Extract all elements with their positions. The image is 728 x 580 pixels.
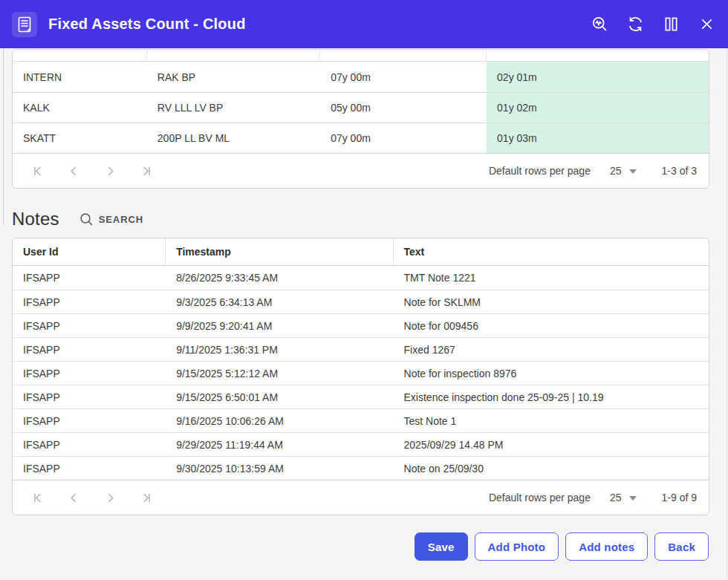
chevron-down-icon <box>629 169 637 174</box>
asset-row[interactable]: KALK RV LLL LV BP 05y 00m 01y 02m <box>13 92 709 123</box>
asset-remaining: 01y 02m <box>487 93 709 123</box>
note-user-id: IFSAPP <box>13 415 166 427</box>
asset-row[interactable]: INTERN RAK BP 07y 00m 02y 01m <box>13 62 709 92</box>
next-page-icon[interactable] <box>102 489 118 506</box>
asset-life: 07y 00m <box>320 132 487 144</box>
note-user-id: IFSAPP <box>13 320 166 332</box>
search-button[interactable]: SEARCH <box>79 212 143 227</box>
note-user-id: IFSAPP <box>13 272 166 284</box>
chevron-down-icon <box>629 496 637 501</box>
rows-per-page-select[interactable]: 25 <box>610 492 637 504</box>
page-range: 1-3 of 3 <box>662 165 697 177</box>
note-user-id: IFSAPP <box>13 463 166 475</box>
note-timestamp: 8/26/2025 9:33:45 AM <box>166 272 393 284</box>
note-text: Test Note 1 <box>394 415 709 427</box>
asset-account: SKATT <box>13 132 147 144</box>
add-notes-button[interactable]: Add notes <box>565 532 648 561</box>
save-button[interactable]: Save <box>415 532 468 561</box>
asset-row[interactable]: SKATT 200P LL BV ML 07y 00m 01y 03m <box>13 123 709 153</box>
note-text: Note for 009456 <box>394 320 709 332</box>
note-timestamp: 9/16/2025 10:06:26 AM <box>166 415 393 427</box>
panel-edge-line <box>3 48 4 225</box>
note-timestamp: 9/15/2025 5:12:12 AM <box>166 368 393 379</box>
search-label: SEARCH <box>99 214 143 225</box>
note-timestamp: 9/30/2025 10:13:59 AM <box>166 463 393 475</box>
back-button[interactable]: Back <box>654 532 709 561</box>
zoom-data-icon[interactable] <box>590 15 609 34</box>
note-timestamp: 9/15/2025 6:50:01 AM <box>166 391 393 403</box>
note-text: Note for SKLMM <box>394 296 709 308</box>
page-title: Fixed Assets Count - Cloud <box>48 16 246 33</box>
rows-per-page-value: 25 <box>610 165 622 177</box>
note-user-id: IFSAPP <box>13 439 166 451</box>
note-text: Fixed 1267 <box>394 344 709 356</box>
asset-method: RV LLL LV BP <box>147 102 320 114</box>
app-header: Fixed Assets Count - Cloud <box>0 0 728 48</box>
asset-life: 05y 00m <box>320 102 487 114</box>
asset-method: 200P LL BV ML <box>147 132 320 144</box>
columns-icon[interactable] <box>661 15 680 34</box>
notes-row[interactable]: IFSAPP 9/29/2025 11:19:44 AM 2025/09/29 … <box>13 432 709 456</box>
note-text: Note on 25/09/30 <box>394 463 709 475</box>
notes-row[interactable]: IFSAPP 9/15/2025 6:50:01 AM Existence in… <box>13 385 709 408</box>
note-user-id: IFSAPP <box>13 344 166 356</box>
rows-per-page-label: Default rows per page <box>489 492 591 504</box>
asset-remaining: 02y 01m <box>487 62 709 92</box>
close-icon[interactable] <box>697 15 716 34</box>
assets-pagination: Default rows per page 25 1-3 of 3 <box>13 153 709 188</box>
column-header-timestamp: Timestamp <box>166 238 393 265</box>
assets-table-header-clipped <box>13 50 709 62</box>
last-page-icon[interactable] <box>138 163 155 179</box>
note-timestamp: 9/3/2025 6:34:13 AM <box>166 296 393 308</box>
note-text: TMT Note 1221 <box>394 272 709 284</box>
document-note-icon <box>12 12 37 37</box>
first-page-icon[interactable] <box>29 489 45 506</box>
first-page-icon[interactable] <box>29 163 45 179</box>
notes-row[interactable]: IFSAPP 9/3/2025 6:34:13 AM Note for SKLM… <box>13 290 709 313</box>
asset-life: 07y 00m <box>320 71 487 83</box>
notes-pagination: Default rows per page 25 1-9 of 9 <box>13 480 709 515</box>
note-timestamp: 9/29/2025 11:19:44 AM <box>166 439 393 451</box>
column-header-text: Text <box>394 238 709 265</box>
asset-remaining: 01y 03m <box>487 123 709 153</box>
note-user-id: IFSAPP <box>13 296 166 308</box>
notes-row[interactable]: IFSAPP 9/16/2025 10:06:26 AM Test Note 1 <box>13 408 709 432</box>
note-timestamp: 9/9/2025 9:20:41 AM <box>166 320 393 332</box>
asset-account: KALK <box>13 102 147 114</box>
rows-per-page-label: Default rows per page <box>489 165 591 177</box>
note-text: 2025/09/29 14.48 PM <box>394 439 709 451</box>
assets-table: INTERN RAK BP 07y 00m 02y 01m KALK RV LL… <box>12 49 709 189</box>
last-page-icon[interactable] <box>138 489 155 506</box>
notes-row[interactable]: IFSAPP 9/11/2025 1:36:31 PM Fixed 1267 <box>13 337 709 361</box>
asset-method: RAK BP <box>147 71 320 83</box>
rows-per-page-value: 25 <box>610 492 622 504</box>
add-photo-button[interactable]: Add Photo <box>475 532 559 561</box>
note-user-id: IFSAPP <box>13 368 166 379</box>
search-icon <box>79 212 94 227</box>
notes-table: User Id Timestamp Text IFSAPP 8/26/2025 … <box>12 238 709 515</box>
rows-per-page-select[interactable]: 25 <box>610 165 637 177</box>
note-text: Existence inspection done 25-09-25 | 10.… <box>394 391 709 403</box>
notes-row[interactable]: IFSAPP 9/9/2025 9:20:41 AM Note for 0094… <box>13 313 709 337</box>
previous-page-icon[interactable] <box>65 163 82 179</box>
notes-row[interactable]: IFSAPP 8/26/2025 9:33:45 AM TMT Note 122… <box>13 266 709 290</box>
asset-account: INTERN <box>13 71 147 83</box>
next-page-icon[interactable] <box>102 163 118 179</box>
window-edge-line <box>727 48 727 580</box>
previous-page-icon[interactable] <box>65 489 82 506</box>
notes-row[interactable]: IFSAPP 9/15/2025 5:12:12 AM Note for ins… <box>13 361 709 385</box>
note-timestamp: 9/11/2025 1:36:31 PM <box>166 344 393 356</box>
note-text: Note for inspection 8976 <box>394 368 709 379</box>
notes-row[interactable]: IFSAPP 9/30/2025 10:13:59 AM Note on 25/… <box>13 456 709 480</box>
refresh-icon[interactable] <box>625 15 645 34</box>
notes-section-header: Notes SEARCH <box>12 209 709 229</box>
action-bar: Save Add Photo Add notes Back <box>0 532 709 561</box>
note-user-id: IFSAPP <box>13 391 166 403</box>
notes-table-header: User Id Timestamp Text <box>13 238 709 266</box>
column-header-user-id: User Id <box>13 238 166 265</box>
notes-title: Notes <box>12 209 59 229</box>
page-range: 1-9 of 9 <box>662 492 697 504</box>
